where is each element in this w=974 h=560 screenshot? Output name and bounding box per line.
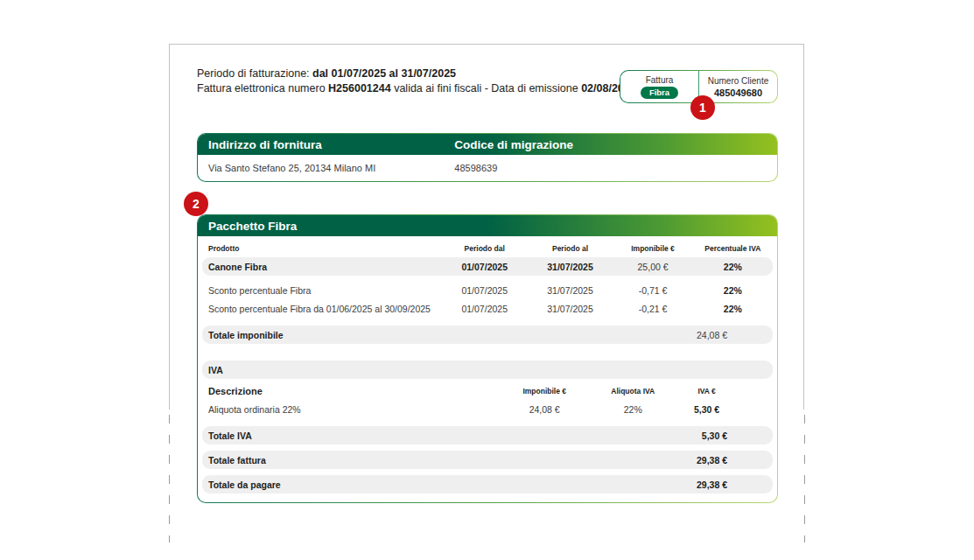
billing-period-line: Periodo di fatturazione: dal 01/07/2025 …: [197, 66, 636, 81]
callout-marker-1: 1: [690, 95, 715, 120]
totale-iva-row: Totale IVA 5,30 €: [202, 426, 773, 444]
col-periodo-dal: Periodo dal: [442, 244, 528, 253]
col-percentuale-iva: Percentuale IVA: [693, 244, 773, 253]
supply-address-value: Via Santo Stefano 25, 20134 Milano MI: [198, 163, 444, 173]
totale-fattura-row: Totale fattura 29,38 €: [202, 451, 773, 469]
col-iva-imponibile: Imponibile €: [499, 387, 590, 396]
iva-table-row: Aliquota ordinaria 22% 24,08 € 22% 5,30 …: [202, 400, 773, 418]
page-continuation-dashes-left: [169, 415, 170, 542]
col-iva-euro: IVA €: [676, 387, 773, 396]
col-aliquota-iva: Aliquota IVA: [590, 387, 676, 396]
invoice-number-line: Fattura elettronica numero H256001244 va…: [197, 81, 636, 96]
invoice-type-label: Fattura: [646, 75, 674, 85]
fibra-badge: Fibra: [641, 87, 678, 99]
col-imponibile: Imponibile €: [613, 244, 692, 253]
table-row: Sconto percentuale Fibra da 01/06/2025 a…: [202, 299, 773, 318]
supply-address-section: Indirizzo di fornitura Codice di migrazi…: [197, 133, 778, 182]
col-descrizione: Descrizione: [202, 386, 499, 396]
client-number-value: 485049680: [714, 88, 762, 98]
package-fibra-section: Pacchetto Fibra Prodotto Periodo dal Per…: [197, 214, 778, 503]
totale-imponibile-row: Totale imponibile 24,08 €: [202, 326, 773, 344]
supply-row: Via Santo Stefano 25, 20134 Milano MI 48…: [198, 155, 777, 181]
package-title: Pacchetto Fibra: [198, 220, 777, 233]
iva-section-bar: IVA: [202, 360, 773, 379]
totale-da-pagare-row: Totale da pagare 29,38 €: [202, 475, 773, 494]
invoice-help-image: Periodo di fatturazione: dal 01/07/2025 …: [0, 0, 974, 560]
migration-code-value: 48598639: [444, 163, 777, 173]
invoice-type-cell: Fattura Fibra: [620, 71, 699, 102]
iva-table-header: Descrizione Imponibile € Aliquota IVA IV…: [202, 379, 773, 400]
supply-address-header: Indirizzo di fornitura: [198, 138, 444, 151]
migration-code-header: Codice di migrazione: [444, 138, 777, 151]
col-periodo-al: Periodo al: [528, 244, 613, 253]
col-prodotto: Prodotto: [202, 244, 442, 253]
supply-section-header: Indirizzo di fornitura Codice di migrazi…: [198, 134, 777, 155]
page-continuation-dashes-right: [804, 415, 805, 542]
client-number-label: Numero Cliente: [708, 76, 768, 86]
billing-period-text: Periodo di fatturazione: dal 01/07/2025 …: [197, 66, 636, 96]
package-section-header: Pacchetto Fibra: [198, 215, 777, 236]
table-row: Sconto percentuale Fibra 01/07/2025 31/0…: [202, 281, 773, 299]
table-row: Canone Fibra 01/07/2025 31/07/2025 25,00…: [202, 257, 773, 276]
callout-marker-2: 2: [184, 192, 208, 216]
package-table-header: Prodotto Periodo dal Periodo al Imponibi…: [202, 236, 773, 257]
